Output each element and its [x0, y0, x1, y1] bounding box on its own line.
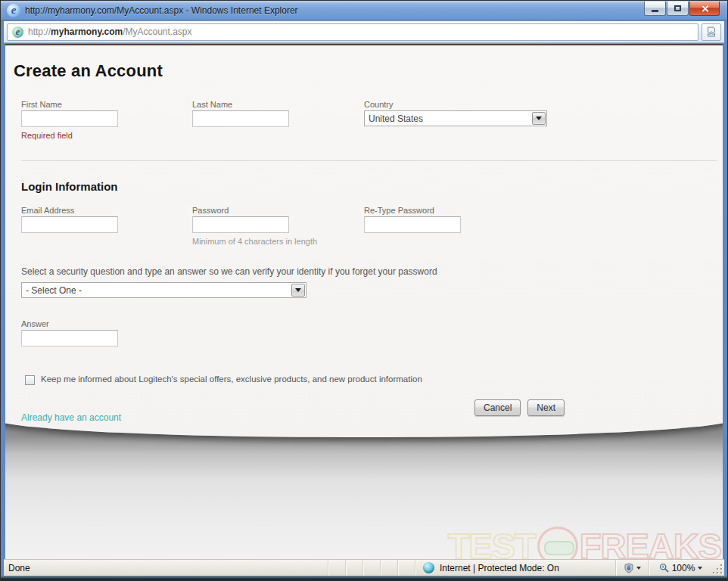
answer-field: Answer — [21, 319, 118, 346]
maximize-icon — [674, 5, 681, 11]
resize-grip[interactable] — [712, 560, 724, 576]
broken-page-icon — [706, 26, 717, 37]
window-bottom-border — [1, 576, 727, 580]
testfreaks-watermark: TEST FREAKS — [448, 525, 721, 559]
minimize-button[interactable] — [644, 2, 666, 16]
compatibility-view-button[interactable] — [702, 23, 721, 41]
page-title: Create an Account — [14, 61, 163, 81]
page-viewport: Create an Account First Name Required fi… — [5, 44, 723, 559]
retype-password-input[interactable] — [364, 216, 461, 233]
country-field: Country United States — [364, 100, 547, 126]
zoom-level-text: 100% — [672, 563, 695, 573]
login-information-heading: Login Information — [21, 180, 117, 193]
retype-password-field: Re-Type Password — [364, 206, 461, 233]
security-zone-text: Internet | Protected Mode: On — [440, 563, 559, 573]
next-button[interactable]: Next — [527, 399, 565, 416]
account-form-panel: Create an Account First Name Required fi… — [5, 45, 723, 437]
security-zone[interactable]: Internet | Protected Mode: On — [415, 560, 615, 576]
country-selected-value: United States — [365, 113, 532, 124]
first-name-label: First Name — [21, 100, 118, 109]
window-title: http://myharmony.com/MyAccount.aspx - Wi… — [25, 5, 298, 16]
chevron-down-icon — [295, 288, 301, 292]
magnifier-icon — [659, 563, 669, 573]
address-input[interactable]: e http://myharmony.com/MyAccount.aspx — [7, 23, 698, 41]
first-name-input[interactable] — [21, 110, 118, 127]
required-field-error: Required field — [21, 131, 118, 140]
title-bar: e http://myharmony.com/MyAccount.aspx - … — [1, 1, 727, 20]
email-input[interactable] — [21, 216, 118, 233]
answer-input[interactable] — [21, 330, 118, 346]
url-protocol: http:// — [28, 26, 51, 37]
last-name-field: Last Name — [192, 100, 289, 127]
page-favicon-icon: e — [12, 26, 23, 38]
status-pane — [345, 560, 362, 576]
minimize-icon — [652, 10, 658, 12]
email-field: Email Address — [21, 206, 118, 233]
chevron-down-icon — [636, 567, 641, 570]
status-bar: Done Internet | Protected Mode: On — [4, 559, 724, 576]
close-icon — [701, 5, 709, 13]
password-field: Password Minimum of 4 characters in leng… — [192, 206, 317, 246]
url-domain: myharmony.com — [51, 26, 123, 37]
first-name-field: First Name Required field — [21, 100, 118, 140]
watermark-freaks-text: FREAKS — [580, 525, 721, 559]
watermark-test-text: TEST — [448, 525, 536, 559]
cancel-button[interactable]: Cancel — [474, 399, 521, 416]
shield-lock-icon — [624, 563, 633, 573]
newsletter-row: Keep me informed about Logitech's specia… — [25, 374, 422, 385]
email-label: Email Address — [21, 206, 118, 215]
status-pane — [380, 560, 397, 576]
security-report-button[interactable] — [615, 560, 649, 576]
password-label: Password — [192, 206, 317, 215]
status-text: Done — [4, 563, 328, 573]
country-label: Country — [364, 100, 547, 109]
security-question-field: - Select One - — [21, 281, 306, 298]
internet-globe-icon — [423, 562, 434, 573]
maximize-button[interactable] — [667, 2, 689, 16]
last-name-input[interactable] — [192, 110, 289, 127]
security-question-prompt: Select a security question and type an a… — [21, 266, 437, 277]
answer-label: Answer — [21, 319, 118, 328]
newsletter-label: Keep me informed about Logitech's specia… — [41, 374, 422, 384]
security-question-selected-value: - Select One - — [22, 285, 291, 296]
zoom-button[interactable]: 100% — [649, 560, 712, 576]
status-pane — [328, 560, 345, 576]
section-divider — [21, 160, 717, 161]
chevron-down-icon — [698, 567, 702, 570]
testfreaks-mascot-icon — [537, 527, 578, 560]
password-input[interactable] — [192, 216, 289, 233]
address-url: http://myharmony.com/MyAccount.aspx — [28, 26, 192, 37]
newsletter-checkbox[interactable] — [25, 375, 35, 385]
already-have-account-link[interactable]: Already have an account — [21, 412, 121, 423]
security-question-dropdown-button[interactable] — [291, 284, 305, 297]
chevron-down-icon — [536, 117, 542, 120]
retype-password-label: Re-Type Password — [364, 206, 461, 215]
status-pane — [362, 560, 380, 576]
security-question-select[interactable]: - Select One - — [21, 282, 306, 298]
country-dropdown-button[interactable] — [532, 112, 546, 125]
form-actions: Cancel Next — [474, 399, 565, 416]
window-controls — [643, 2, 720, 16]
last-name-label: Last Name — [192, 100, 289, 109]
status-pane — [397, 560, 415, 576]
url-path: /MyAccount.aspx — [123, 26, 191, 37]
browser-window: e http://myharmony.com/MyAccount.aspx - … — [0, 0, 728, 581]
country-select[interactable]: United States — [364, 110, 547, 126]
address-bar: e http://myharmony.com/MyAccount.aspx — [4, 21, 724, 43]
close-button[interactable] — [689, 2, 720, 16]
password-hint: Minimum of 4 characters in length — [192, 237, 317, 246]
ie-logo-icon: e — [7, 4, 20, 17]
